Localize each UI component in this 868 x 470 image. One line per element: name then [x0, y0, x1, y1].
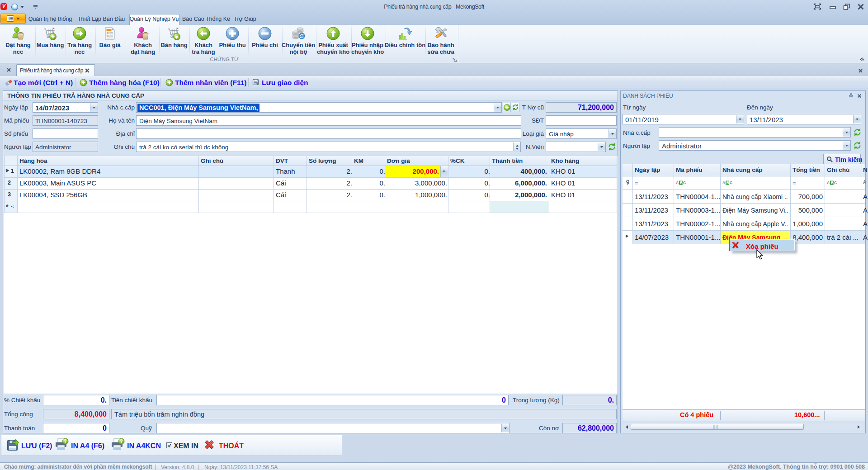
- svg-text:B: B: [831, 180, 834, 185]
- svg-text:B: B: [680, 180, 683, 185]
- svg-text:A: A: [827, 180, 830, 185]
- svg-text:C: C: [730, 180, 732, 185]
- svg-text:C: C: [683, 180, 686, 185]
- svg-text:A: A: [676, 180, 679, 185]
- svg-text:?: ?: [64, 439, 66, 444]
- svg-text:A: A: [722, 180, 725, 185]
- svg-text:B: B: [726, 180, 729, 185]
- svg-text:C: C: [834, 180, 837, 185]
- svg-text:?: ?: [120, 439, 123, 444]
